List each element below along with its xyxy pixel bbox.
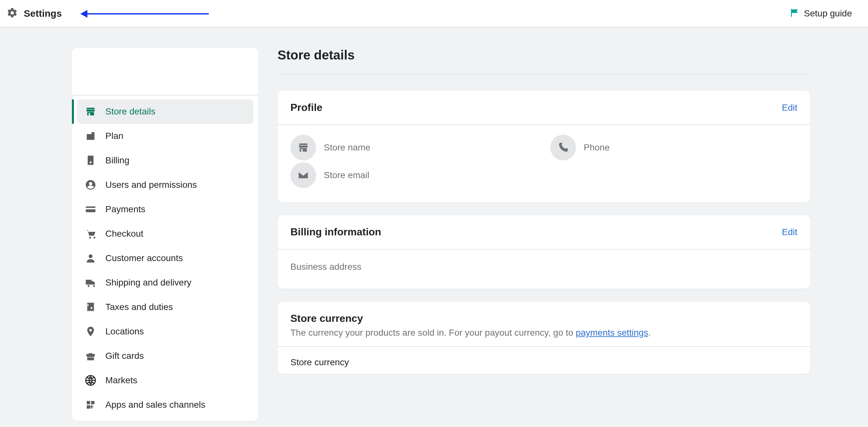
globe-icon xyxy=(84,374,97,387)
currency-desc-suffix: . xyxy=(648,328,651,338)
currency-title: Store currency xyxy=(290,313,797,324)
sidebar-item-customer-accounts[interactable]: Customer accounts xyxy=(77,246,253,271)
sidebar-item-label: Plan xyxy=(105,131,123,141)
receipt-icon xyxy=(84,154,97,167)
setup-guide-label: Setup guide xyxy=(804,8,852,19)
store-icon xyxy=(290,135,316,161)
apps-icon xyxy=(84,398,97,411)
sidebar-item-users[interactable]: Users and permissions xyxy=(77,173,253,197)
flag-icon xyxy=(789,8,800,19)
sidebar-item-label: Gift cards xyxy=(105,351,144,361)
gift-icon xyxy=(84,349,97,362)
store-name-label: Store name xyxy=(324,142,370,153)
currency-desc-prefix: The currency your products are sold in. … xyxy=(290,328,576,338)
store-icon xyxy=(84,105,97,118)
arrow-annotation xyxy=(80,12,209,15)
sidebar-item-label: Locations xyxy=(105,326,144,337)
billing-edit-link[interactable]: Edit xyxy=(782,227,797,237)
sidebar-list: Store details Plan Billing Users and per… xyxy=(72,95,258,421)
currency-description: The currency your products are sold in. … xyxy=(290,328,797,338)
store-currency-label: Store currency xyxy=(290,357,797,368)
sidebar-item-label: Billing xyxy=(105,155,129,166)
sidebar-item-label: Store details xyxy=(105,107,155,117)
sidebar-header xyxy=(72,48,258,95)
billing-title: Billing information xyxy=(290,226,381,238)
sidebar-item-plan[interactable]: Plan xyxy=(77,124,253,148)
sidebar-item-label: Shipping and delivery xyxy=(105,278,191,288)
sidebar-item-payments[interactable]: Payments xyxy=(77,197,253,222)
person-icon xyxy=(84,252,97,265)
phone-icon xyxy=(550,135,576,161)
sidebar-item-taxes[interactable]: Taxes and duties xyxy=(77,295,253,319)
pin-icon xyxy=(84,325,97,338)
business-address-label: Business address xyxy=(290,262,797,272)
truck-icon xyxy=(84,276,97,289)
billing-card: Billing information Edit Business addres… xyxy=(278,215,810,289)
main-content: Store details Profile Edit Store name Ph… xyxy=(278,48,810,387)
sidebar-item-label: Taxes and duties xyxy=(105,302,173,312)
sidebar-item-label: Users and permissions xyxy=(105,180,197,190)
mail-icon xyxy=(290,162,316,188)
sidebar-item-label: Markets xyxy=(105,375,137,386)
user-circle-icon xyxy=(84,178,97,191)
profile-edit-link[interactable]: Edit xyxy=(782,103,797,113)
payments-settings-link[interactable]: payments settings xyxy=(576,328,648,338)
page-title: Store details xyxy=(278,48,810,75)
percent-icon xyxy=(84,301,97,313)
page-settings-title: Settings xyxy=(24,8,62,19)
profile-title: Profile xyxy=(290,102,322,114)
store-email-label: Store email xyxy=(324,170,369,180)
card-icon xyxy=(84,203,97,216)
sidebar-item-billing[interactable]: Billing xyxy=(77,148,253,173)
plan-icon xyxy=(84,130,97,142)
settings-sidebar: Store details Plan Billing Users and per… xyxy=(72,48,258,421)
store-email-field: Store email xyxy=(290,162,537,188)
sidebar-item-shipping[interactable]: Shipping and delivery xyxy=(77,271,253,295)
store-name-field: Store name xyxy=(290,135,537,161)
phone-field: Phone xyxy=(550,135,797,161)
gear-icon xyxy=(6,7,18,20)
sidebar-item-checkout[interactable]: Checkout xyxy=(77,222,253,246)
sidebar-item-markets[interactable]: Markets xyxy=(77,368,253,393)
sidebar-item-label: Checkout xyxy=(105,229,143,239)
sidebar-item-gift-cards[interactable]: Gift cards xyxy=(77,344,253,368)
setup-guide-link[interactable]: Setup guide xyxy=(789,8,862,19)
topbar: Settings Setup guide xyxy=(0,0,868,27)
sidebar-item-apps[interactable]: Apps and sales channels xyxy=(77,393,253,417)
sidebar-item-label: Payments xyxy=(105,204,146,215)
topbar-left: Settings xyxy=(6,7,209,20)
sidebar-item-store-details[interactable]: Store details xyxy=(77,99,253,124)
sidebar-item-label: Customer accounts xyxy=(105,253,183,263)
currency-card: Store currency The currency your product… xyxy=(278,302,810,374)
sidebar-item-locations[interactable]: Locations xyxy=(77,319,253,344)
phone-label: Phone xyxy=(584,142,610,153)
profile-card: Profile Edit Store name Phone Store ema xyxy=(278,91,810,202)
sidebar-item-label: Apps and sales channels xyxy=(105,400,205,410)
cart-icon xyxy=(84,227,97,240)
